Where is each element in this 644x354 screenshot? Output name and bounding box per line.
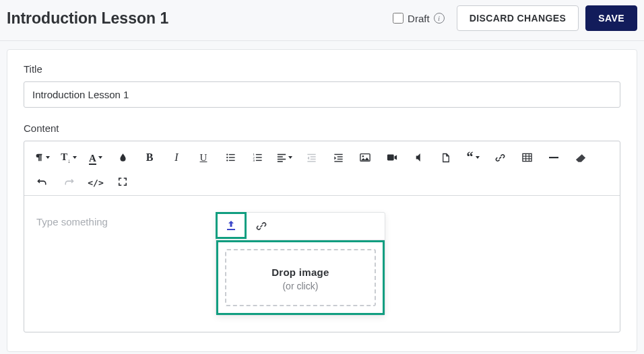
svg-rect-32 [549, 157, 558, 158]
editor-body[interactable]: Type something [24, 196, 620, 332]
svg-rect-18 [310, 159, 315, 160]
font-size-icon: T↓ [61, 151, 71, 164]
content-label: Content [24, 122, 620, 134]
toolbar-ordered-list-button[interactable]: 123 [244, 145, 271, 170]
indent-icon [333, 153, 344, 162]
draft-label: Draft [408, 13, 430, 24]
svg-rect-7 [255, 154, 261, 155]
align-icon [277, 153, 286, 162]
svg-rect-20 [334, 154, 342, 155]
form-card: Title Content T↓ABIU123“</> Type somethi… [7, 49, 637, 352]
svg-rect-9 [255, 157, 261, 157]
svg-point-0 [226, 153, 228, 155]
title-input[interactable] [24, 81, 620, 108]
title-label: Title [24, 63, 620, 75]
redo-icon [64, 177, 74, 186]
svg-rect-1 [228, 154, 234, 155]
dropzone-subtitle: (or click) [233, 281, 368, 291]
paragraph-format-icon [34, 153, 44, 162]
page-title: Introduction Lesson 1 [7, 9, 393, 28]
content-block: Content T↓ABIU123“</> Type something [24, 122, 620, 332]
toolbar-underline-button[interactable]: U [190, 145, 217, 170]
image-dropzone[interactable]: Drop image (or click) [225, 249, 376, 306]
svg-rect-3 [228, 157, 234, 157]
toolbar-redo-button [55, 170, 82, 194]
upload-icon [226, 220, 236, 231]
svg-rect-13 [277, 156, 282, 157]
svg-text:3: 3 [253, 159, 255, 162]
svg-point-2 [226, 157, 228, 158]
image-upload-tab[interactable] [216, 212, 247, 239]
toolbar-insert-image-button[interactable] [352, 145, 379, 170]
dropzone-title: Drop image [233, 267, 368, 278]
info-icon[interactable]: i [434, 13, 445, 24]
toolbar-indent-button[interactable] [325, 145, 352, 170]
svg-rect-19 [307, 161, 315, 162]
toolbar-italic-button[interactable]: I [163, 145, 190, 170]
undo-icon [37, 177, 47, 186]
svg-point-4 [226, 160, 228, 161]
insert-image-icon [360, 153, 371, 162]
page-header: Introduction Lesson 1 Draft i Discard Ch… [0, 0, 644, 41]
svg-rect-22 [337, 159, 342, 160]
image-url-tab[interactable] [246, 213, 277, 240]
bold-icon: B [146, 151, 154, 164]
svg-rect-11 [255, 160, 261, 161]
toolbar-horizontal-rule-button[interactable] [540, 145, 567, 170]
toolbar-outdent-button [298, 145, 325, 170]
code-view-icon: </> [88, 176, 103, 188]
toolbar-quote-button[interactable]: “ [459, 145, 486, 170]
toolbar-insert-file-button[interactable] [432, 145, 459, 170]
svg-rect-14 [277, 159, 285, 160]
italic-icon: I [174, 151, 178, 164]
save-button[interactable]: Save [585, 5, 637, 31]
toolbar-insert-video-button[interactable] [379, 145, 406, 170]
font-color-icon: A [89, 152, 96, 164]
editor-placeholder: Type something [36, 212, 108, 227]
fullscreen-icon [118, 177, 127, 186]
svg-rect-17 [310, 156, 315, 157]
svg-point-25 [362, 155, 364, 157]
toolbar-unordered-list-button[interactable] [217, 145, 244, 170]
draft-checkbox[interactable] [393, 13, 404, 24]
insert-video-icon [387, 153, 397, 162]
unordered-list-icon [226, 153, 236, 162]
insert-file-icon [442, 153, 450, 163]
svg-rect-12 [277, 154, 285, 155]
quote-icon: “ [467, 152, 474, 164]
dropzone-highlight: Drop image (or click) [216, 240, 385, 315]
insert-audio-icon [415, 153, 423, 162]
toolbar-bold-button[interactable]: B [136, 145, 163, 170]
toolbar-align-button[interactable] [271, 145, 298, 170]
svg-rect-23 [334, 161, 342, 162]
toolbar-clear-formatting-button[interactable] [567, 145, 594, 170]
horizontal-rule-icon [549, 156, 558, 159]
insert-link-icon [495, 153, 505, 163]
discard-button[interactable]: Discard Changes [457, 5, 579, 31]
toolbar-undo-button[interactable] [28, 170, 55, 194]
toolbar-font-size-button[interactable]: T↓ [55, 145, 82, 170]
link-icon [256, 221, 267, 232]
svg-rect-16 [307, 154, 315, 155]
image-popover-tabs [216, 213, 385, 240]
toolbar-paragraph-format-button[interactable] [28, 145, 55, 170]
toolbar-fullscreen-button[interactable] [109, 170, 136, 194]
toolbar-insert-link-button[interactable] [486, 145, 513, 170]
text-highlight-icon [119, 153, 127, 162]
rich-text-editor: T↓ABIU123“</> Type something [24, 141, 620, 332]
toolbar-insert-audio-button[interactable] [406, 145, 432, 170]
underline-icon: U [200, 151, 207, 164]
svg-rect-26 [387, 155, 394, 161]
svg-rect-5 [228, 160, 234, 161]
image-insert-popover: Drop image (or click) [216, 212, 385, 316]
toolbar-font-color-button[interactable]: A [82, 145, 109, 170]
insert-table-icon [522, 153, 532, 162]
toolbar-insert-table-button[interactable] [513, 145, 540, 170]
draft-toggle[interactable]: Draft i [393, 13, 445, 24]
toolbar-code-view-button[interactable]: </> [82, 170, 109, 194]
editor-toolbar: T↓ABIU123“</> [24, 141, 620, 196]
ordered-list-icon: 123 [253, 153, 263, 162]
svg-rect-15 [277, 161, 282, 162]
toolbar-text-highlight-button[interactable] [109, 145, 136, 170]
outdent-icon [307, 153, 317, 162]
